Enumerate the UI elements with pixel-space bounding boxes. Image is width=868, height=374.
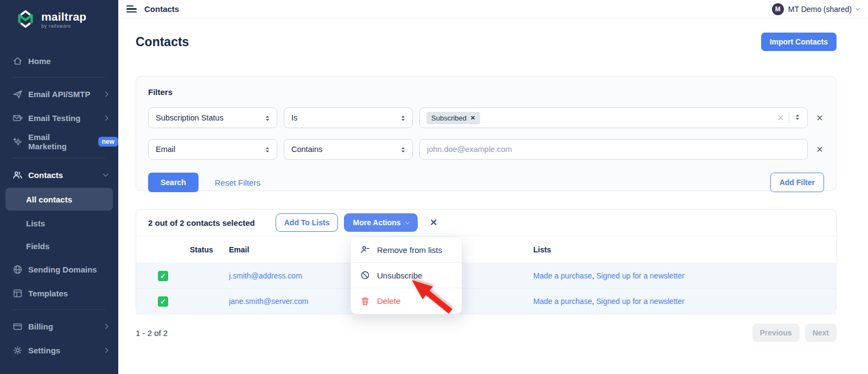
home-icon [12, 55, 23, 66]
sidebar-item-billing[interactable]: Billing [0, 314, 118, 338]
row-checkbox-checked[interactable]: ✓ [158, 271, 168, 281]
value-chip: Subscribed ✕ [426, 112, 480, 124]
list-separator: , [592, 271, 596, 280]
list-link[interactable]: Signed up for a newsletter [596, 297, 685, 306]
sidebar-item-label: Billing [28, 322, 53, 331]
sidebar-item-label: All contacts [26, 195, 72, 204]
avatar[interactable]: M [772, 3, 784, 15]
import-contacts-button[interactable]: Import Contacts [761, 33, 837, 51]
filter-value-multiselect[interactable]: Subscribed ✕ ✕ [419, 107, 808, 128]
next-page-button[interactable]: Next [805, 324, 837, 342]
people-icon [12, 169, 23, 180]
envelope-icon [12, 112, 23, 123]
sidebar-item-contacts[interactable]: Contacts [0, 163, 118, 187]
list-link[interactable]: Made a purchase [533, 271, 592, 280]
filter-operator-select[interactable]: Contains [284, 139, 413, 160]
list-link[interactable]: Signed up for a newsletter [596, 271, 685, 280]
sidebar-item-label: Email Testing [28, 113, 80, 123]
reset-filters-link[interactable]: Reset Filters [215, 178, 260, 187]
pagination: 1 - 2 of 2 Previous Next [136, 324, 837, 342]
sidebar-divider [12, 158, 105, 159]
remove-filter-row-icon[interactable]: ✕ [815, 144, 824, 155]
list-link[interactable]: Made a purchase [533, 297, 592, 306]
chevron-right-icon [103, 324, 108, 329]
menu-item-label: Unsubscribe [377, 271, 422, 280]
sidebar-item-label: Settings [28, 346, 60, 355]
menu-item-label: Delete [377, 296, 400, 306]
sidebar-item-label: Email Marketing [28, 132, 91, 151]
menu-item-delete[interactable]: Delete [351, 288, 462, 314]
page-range-text: 1 - 2 of 2 [136, 328, 168, 338]
sidebar-divider [12, 309, 105, 310]
filter-operator-select[interactable]: Is [284, 107, 413, 128]
sidebar-item-email-testing[interactable]: Email Testing [0, 106, 118, 130]
menu-item-unsubscribe[interactable]: Unsubscribe [351, 263, 462, 288]
sidebar-item-label: Fields [26, 242, 49, 251]
contact-lists-cell: Made a purchase, Signed up for a newslet… [533, 297, 836, 306]
search-button[interactable]: Search [148, 173, 199, 192]
select-value: Subscription Status [156, 113, 224, 122]
sidebar-toggle-icon[interactable] [126, 5, 137, 12]
mailtrap-logo[interactable]: mailtrap by railsware [0, 0, 118, 39]
contact-email-link[interactable]: j.smith@address.com [229, 271, 302, 280]
breadcrumb: Contacts [144, 4, 179, 14]
select-updown-icon [264, 115, 271, 123]
sidebar-divider [12, 77, 105, 78]
selection-bar: 2 out of 2 contacts selected Add To List… [136, 210, 836, 236]
divider [789, 112, 789, 123]
chip-remove-icon[interactable]: ✕ [470, 115, 475, 122]
sidebar-item-sending-domains[interactable]: Sending Domains [0, 257, 118, 281]
sidebar-item-home[interactable]: Home [0, 49, 118, 73]
sidebar-item-label: Templates [28, 289, 68, 298]
filter-field-select[interactable]: Email [148, 139, 277, 160]
sidebar-item-label: Email API/SMTP [28, 90, 90, 99]
select-value: Email [156, 145, 175, 154]
sidebar-item-label: Home [28, 56, 51, 66]
table-row[interactable]: ✓ j.smith@address.com Made a purchase, S… [136, 263, 836, 289]
account-name[interactable]: MT Demo (shared) [788, 5, 852, 14]
credit-card-icon [12, 321, 23, 332]
menu-item-remove-from-lists[interactable]: Remove from lists [351, 237, 462, 263]
sidebar: mailtrap by railsware Home Email API/SMT… [0, 0, 118, 374]
column-header-lists: Lists [533, 245, 836, 254]
chevron-down-icon [103, 172, 108, 177]
more-actions-button[interactable]: More Actions [344, 213, 417, 232]
column-header-status: Status [190, 245, 229, 254]
sidebar-item-templates[interactable]: Templates [0, 281, 118, 305]
paper-plane-icon [12, 88, 23, 99]
gear-icon [12, 345, 23, 356]
chevron-right-icon [103, 91, 108, 97]
filter-row: Email Contains ✕ [148, 139, 824, 160]
filters-title: Filters [148, 87, 824, 97]
new-badge: new [98, 137, 118, 147]
add-to-lists-button[interactable]: Add To Lists [276, 213, 339, 232]
select-updown-icon[interactable] [794, 113, 801, 123]
clear-selection-icon[interactable]: ✕ [430, 217, 438, 229]
previous-page-button[interactable]: Previous [752, 324, 800, 342]
contact-email-link[interactable]: jane.smith@server.com [229, 297, 308, 306]
sidebar-item-email-api[interactable]: Email API/SMTP [0, 82, 118, 106]
table-row[interactable]: ✓ jane.smith@server.com Made a purchase,… [136, 289, 836, 314]
row-checkbox-checked[interactable]: ✓ [158, 296, 168, 307]
slash-circle-icon [360, 270, 370, 280]
more-actions-label: More Actions [353, 218, 400, 227]
chevron-down-icon[interactable] [856, 6, 860, 10]
sidebar-item-lists[interactable]: Lists [0, 212, 118, 234]
remove-filter-row-icon[interactable]: ✕ [815, 113, 824, 123]
sidebar-item-fields[interactable]: Fields [0, 234, 118, 257]
template-icon [12, 288, 23, 299]
topbar: Contacts M MT Demo (shared) [118, 0, 868, 18]
selection-count-text: 2 out of 2 contacts selected [148, 218, 255, 227]
select-value: Is [291, 113, 297, 122]
add-filter-button[interactable]: Add Filter [770, 173, 824, 192]
sidebar-item-email-marketing[interactable]: Email Marketing new [0, 130, 118, 154]
filter-field-select[interactable]: Subscription Status [148, 107, 277, 128]
chevron-right-icon [103, 115, 108, 121]
chevron-right-icon [103, 347, 108, 353]
filter-value-input[interactable] [419, 139, 808, 160]
sidebar-item-all-contacts[interactable]: All contacts [5, 188, 113, 211]
sidebar-item-settings[interactable]: Settings [0, 338, 118, 362]
sparkles-icon [12, 136, 23, 147]
logo-name: mailtrap [41, 11, 86, 22]
clear-value-icon[interactable]: ✕ [777, 113, 784, 123]
